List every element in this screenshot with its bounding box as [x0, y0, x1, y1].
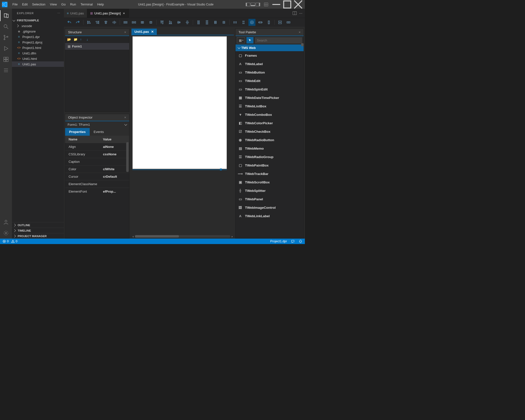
toggle-primary-sidebar-icon[interactable] — [246, 3, 250, 6]
activity-source-control[interactable] — [0, 32, 12, 43]
center-v-button[interactable] — [265, 19, 272, 26]
align-h-center-window-button[interactable] — [111, 19, 118, 26]
file-unit1-html[interactable]: <>Unit1.html — [12, 56, 64, 61]
menu-file[interactable]: File — [10, 1, 20, 7]
structure-item-form1[interactable]: ▦ Form1 — [65, 43, 129, 50]
file-unit1-pas[interactable]: ≡Unit1.pas — [12, 61, 64, 67]
center-h-button[interactable] — [257, 19, 264, 26]
remove-v-space-button[interactable] — [220, 19, 227, 26]
toggle-secondary-sidebar-icon[interactable] — [256, 3, 260, 6]
designer-tab[interactable]: Unit1.pas ✕ — [131, 29, 157, 35]
activity-run-debug[interactable] — [0, 43, 12, 54]
more-actions-icon[interactable]: ⋯ — [299, 11, 302, 15]
palette-item-frames[interactable]: ▢Frames — [236, 51, 304, 60]
palette-item-twebpanel[interactable]: ▭TWebPanel — [236, 195, 304, 203]
palette-item-tweblistbox[interactable]: ☰TWebListBox — [236, 102, 304, 110]
property-row-elementfont[interactable]: ElementFontefProp... — [65, 188, 129, 195]
palette-item-twebradiogroup[interactable]: ☰TWebRadioGroup — [236, 153, 304, 161]
align-h-center-button[interactable] — [102, 19, 109, 26]
close-tab-icon[interactable]: × — [122, 11, 126, 15]
palette-item-twebtrackbar[interactable]: ⟿TWebTrackBar — [236, 169, 304, 178]
property-value[interactable]: clWhite — [101, 166, 129, 173]
section-timeline[interactable]: TIMELINE — [12, 228, 64, 233]
activity-extensions[interactable] — [0, 54, 12, 65]
palette-item-twebsplitter[interactable]: ╫TWebSplitter — [236, 186, 304, 195]
space-equally-h-button[interactable] — [122, 19, 129, 26]
inspector-close-icon[interactable]: × — [124, 116, 126, 119]
decrease-h-space-button[interactable] — [139, 19, 146, 26]
form-canvas[interactable] — [132, 36, 227, 169]
tab-order-button[interactable] — [277, 19, 283, 26]
file-project1-dproj[interactable]: ≡Project1.dproj — [12, 40, 64, 45]
palette-view-dropdown[interactable]: ▦▾ — [237, 37, 245, 43]
menu-view[interactable]: View — [48, 1, 59, 7]
property-value[interactable] — [101, 158, 129, 165]
palette-item-twebimagecontrol[interactable]: 🖼TWebImageControl — [236, 203, 304, 212]
palette-category-tmsweb[interactable]: TMS Web — [236, 44, 304, 51]
property-row-align[interactable]: AlignalNone — [65, 143, 129, 150]
same-width-button[interactable] — [232, 19, 239, 26]
palette-item-twebcheckbox[interactable]: ☑TWebCheckBox — [236, 127, 304, 136]
palette-item-twebpaintbox[interactable]: ▢TWebPaintBox — [236, 161, 304, 169]
property-row-cursor[interactable]: CursorcrDefault — [65, 173, 129, 180]
palette-item-twebcombobox[interactable]: ▾TWebComboBox — [236, 110, 304, 119]
scroll-thumb[interactable] — [135, 235, 179, 238]
menu-go[interactable]: Go — [59, 1, 68, 7]
structure-collapse-icon[interactable]: 📁 — [74, 38, 78, 42]
activity-list[interactable] — [0, 65, 12, 76]
palette-item-twebradiobutton[interactable]: ◉TWebRadioButton — [236, 136, 304, 144]
menu-help[interactable]: Help — [95, 1, 106, 7]
activity-settings[interactable] — [0, 228, 12, 239]
tab-properties[interactable]: Properties — [65, 128, 90, 136]
status-project[interactable]: Project1.dpr — [270, 240, 287, 243]
tab-unit1-pas[interactable]: ≡ Unit1.pas — [64, 9, 87, 18]
split-editor-icon[interactable] — [293, 11, 297, 15]
redo-button[interactable] — [74, 19, 81, 26]
activity-explorer[interactable] — [0, 10, 12, 21]
structure-down-icon[interactable]: ↓ — [86, 38, 90, 42]
palette-item-tweblabel[interactable]: ATWebLabel — [236, 60, 304, 68]
designer-canvas-area[interactable] — [131, 35, 234, 235]
file-unit1-dfm[interactable]: ≡Unit1.dfm — [12, 50, 64, 56]
property-row-csslibrary[interactable]: CSSLibrarycssNone — [65, 150, 129, 158]
palette-scrollbar-thumb[interactable] — [301, 43, 304, 46]
activity-accounts[interactable] — [0, 217, 12, 228]
palette-item-twebspinedit[interactable]: ▭TWebSpinEdit — [236, 85, 304, 93]
palette-pointer-button[interactable] — [246, 37, 253, 43]
activity-search[interactable] — [0, 21, 12, 32]
section-project-manager[interactable]: PROJECT MANAGER — [12, 233, 64, 239]
tab-events[interactable]: Events — [90, 128, 108, 136]
status-problems[interactable]: 0 0 — [2, 240, 17, 243]
tab-unit1-design[interactable]: ⊞ Unit1.pas [Design] × — [87, 9, 129, 18]
remove-h-space-button[interactable] — [147, 19, 154, 26]
file-project1-html[interactable]: <>Project1.html — [12, 45, 64, 50]
structure-expand-icon[interactable]: 📂 — [67, 38, 71, 42]
close-window-button[interactable] — [293, 1, 303, 8]
palette-item-twebbutton[interactable]: ▭TWebButton — [236, 68, 304, 77]
toggle-panel-icon[interactable] — [251, 3, 255, 6]
undo-button[interactable] — [66, 19, 73, 26]
align-left-edges-button[interactable] — [85, 19, 92, 26]
align-v-center-button[interactable] — [175, 19, 182, 26]
menu-edit[interactable]: Edit — [20, 1, 30, 7]
same-size-button[interactable] — [248, 19, 255, 26]
designer-tab-close-icon[interactable]: ✕ — [151, 30, 154, 34]
palette-item-twebcolorpicker[interactable]: ◧TWebColorPicker — [236, 119, 304, 127]
palette-item-twebdatetimepicker[interactable]: ▦TWebDateTimePicker — [236, 93, 304, 102]
align-bottom-edges-button[interactable] — [167, 19, 174, 26]
palette-item-twebscrollbox[interactable]: ▣TWebScrollBox — [236, 178, 304, 186]
property-value[interactable]: crDefault — [101, 173, 129, 180]
menu-terminal[interactable]: Terminal — [79, 1, 95, 7]
property-value[interactable]: alNone — [101, 143, 129, 150]
file--vscode[interactable]: .vscode — [12, 23, 64, 29]
scroll-track[interactable] — [135, 235, 230, 238]
file--gitignore[interactable]: ◆.gitignore — [12, 29, 64, 34]
decrease-v-space-button[interactable] — [212, 19, 219, 26]
property-value[interactable]: cssNone — [101, 151, 129, 158]
resize-handle[interactable] — [220, 168, 222, 170]
property-value[interactable] — [101, 180, 129, 188]
property-value[interactable]: efProp... — [101, 188, 129, 195]
notifications-icon[interactable] — [299, 240, 302, 243]
align-top-edges-button[interactable] — [159, 19, 165, 26]
structure-up-icon[interactable]: ↑ — [80, 38, 84, 42]
